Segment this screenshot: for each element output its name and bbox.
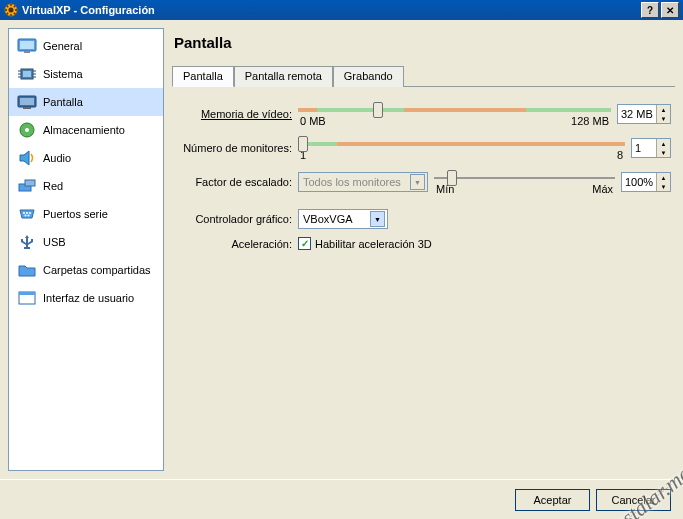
- label-video-memory: Memoria de vídeo:: [172, 108, 298, 120]
- sidebar-item-carpetas[interactable]: Carpetas compartidas: [9, 256, 163, 284]
- scale-monitor-dropdown[interactable]: Todos los monitores ▼: [298, 172, 428, 192]
- svg-point-31: [25, 215, 27, 217]
- scale-dropdown-value: Todos los monitores: [303, 176, 401, 188]
- spin-up-icon[interactable]: ▲: [656, 105, 670, 114]
- cancel-button[interactable]: Cancelar: [596, 489, 671, 511]
- monitors-max: 8: [617, 149, 623, 161]
- sidebar-item-label: Puertos serie: [43, 208, 108, 220]
- monitors-slider[interactable]: 1 8: [298, 135, 625, 161]
- svg-rect-11: [20, 41, 34, 49]
- close-button[interactable]: ✕: [661, 2, 679, 18]
- sidebar-item-almacenamiento[interactable]: Almacenamiento: [9, 116, 163, 144]
- spin-down-icon[interactable]: ▼: [656, 114, 670, 123]
- scale-slider[interactable]: Mín Máx: [434, 169, 615, 195]
- tab-grabando[interactable]: Grabando: [333, 66, 404, 87]
- svg-rect-27: [25, 180, 35, 186]
- svg-rect-22: [20, 98, 34, 105]
- window-title: VirtualXP - Configuración: [22, 4, 639, 16]
- sidebar-item-label: Pantalla: [43, 96, 83, 108]
- scale-input[interactable]: [622, 176, 656, 188]
- form-area: Memoria de vídeo: 0 MB 128 MB: [172, 97, 675, 258]
- label-monitors: Número de monitores:: [172, 142, 298, 154]
- spin-up-icon[interactable]: ▲: [656, 139, 670, 148]
- tab-pantalla-remota[interactable]: Pantalla remota: [234, 66, 333, 87]
- video-memory-input[interactable]: [618, 108, 656, 120]
- chevron-down-icon: ▼: [410, 174, 425, 190]
- row-acceleration: Aceleración: ✓ Habilitar aceleración 3D: [172, 237, 671, 250]
- video-memory-min: 0 MB: [300, 115, 326, 127]
- accel-checkbox-label: Habilitar aceleración 3D: [315, 238, 432, 250]
- scale-max: Máx: [592, 183, 613, 195]
- row-gfx-controller: Controlador gráfico: VBoxVGA ▼: [172, 209, 671, 229]
- speaker-icon: [17, 150, 37, 166]
- tabs: Pantalla Pantalla remota Grabando: [172, 65, 675, 87]
- spin-down-icon[interactable]: ▼: [656, 182, 670, 191]
- sidebar-item-label: General: [43, 40, 82, 52]
- app-icon: [4, 3, 18, 17]
- gfx-controller-value: VBoxVGA: [303, 213, 353, 225]
- sidebar-item-label: Almacenamiento: [43, 124, 125, 136]
- scale-spinner[interactable]: ▲▼: [621, 172, 671, 192]
- ok-button[interactable]: Aceptar: [515, 489, 590, 511]
- help-button[interactable]: ?: [641, 2, 659, 18]
- sidebar-item-sistema[interactable]: Sistema: [9, 60, 163, 88]
- sidebar-item-pantalla[interactable]: Pantalla: [9, 88, 163, 116]
- row-video-memory: Memoria de vídeo: 0 MB 128 MB: [172, 101, 671, 127]
- chevron-down-icon: ▼: [370, 211, 385, 227]
- svg-point-1: [9, 8, 14, 13]
- video-memory-slider[interactable]: 0 MB 128 MB: [298, 101, 611, 127]
- gfx-controller-dropdown[interactable]: VBoxVGA ▼: [298, 209, 388, 229]
- sidebar-item-puertos[interactable]: Puertos serie: [9, 200, 163, 228]
- titlebar: VirtualXP - Configuración ? ✕: [0, 0, 683, 20]
- sidebar: General Sistema Pantalla Almacenamiento …: [8, 28, 164, 471]
- display-icon: [17, 94, 37, 110]
- folder-icon: [17, 262, 37, 278]
- footer: Aceptar Cancelar: [0, 479, 683, 519]
- video-memory-max: 128 MB: [571, 115, 609, 127]
- sidebar-item-interfaz[interactable]: Interfaz de usuario: [9, 284, 163, 312]
- monitor-icon: [17, 38, 37, 54]
- sidebar-item-label: Carpetas compartidas: [43, 264, 151, 276]
- serial-port-icon: [17, 206, 37, 222]
- window-icon: [17, 290, 37, 306]
- accel-3d-checkbox[interactable]: ✓ Habilitar aceleración 3D: [298, 237, 432, 250]
- disk-icon: [17, 122, 37, 138]
- svg-rect-23: [23, 107, 31, 109]
- spin-up-icon[interactable]: ▲: [656, 173, 670, 182]
- sidebar-item-label: Audio: [43, 152, 71, 164]
- svg-rect-12: [24, 51, 30, 53]
- sidebar-item-label: Sistema: [43, 68, 83, 80]
- sidebar-item-label: USB: [43, 236, 66, 248]
- video-memory-spinner[interactable]: ▲▼: [617, 104, 671, 124]
- chip-icon: [17, 66, 37, 82]
- body-area: General Sistema Pantalla Almacenamiento …: [0, 20, 683, 479]
- page-title: Pantalla: [174, 34, 675, 51]
- row-scale: Factor de escalado: Todos los monitores …: [172, 169, 671, 195]
- svg-point-32: [28, 215, 30, 217]
- svg-point-25: [25, 128, 29, 132]
- main-panel: Pantalla Pantalla Pantalla remota Graban…: [172, 28, 675, 471]
- spin-down-icon[interactable]: ▼: [656, 148, 670, 157]
- monitors-input[interactable]: [632, 142, 656, 154]
- network-icon: [17, 178, 37, 194]
- sidebar-item-label: Interfaz de usuario: [43, 292, 134, 304]
- svg-point-30: [29, 212, 31, 214]
- label-acceleration: Aceleración:: [172, 238, 298, 250]
- sidebar-item-general[interactable]: General: [9, 32, 163, 60]
- label-gfx-controller: Controlador gráfico:: [172, 213, 298, 225]
- svg-rect-34: [19, 292, 35, 295]
- sidebar-item-label: Red: [43, 180, 63, 192]
- label-scale: Factor de escalado:: [172, 176, 298, 188]
- sidebar-item-audio[interactable]: Audio: [9, 144, 163, 172]
- sidebar-item-usb[interactable]: USB: [9, 228, 163, 256]
- svg-point-29: [26, 212, 28, 214]
- tab-pantalla[interactable]: Pantalla: [172, 66, 234, 87]
- checkbox-icon: ✓: [298, 237, 311, 250]
- svg-rect-14: [23, 71, 31, 77]
- row-monitors: Número de monitores: 1 8: [172, 135, 671, 161]
- usb-icon: [17, 234, 37, 250]
- monitors-spinner[interactable]: ▲▼: [631, 138, 671, 158]
- svg-point-28: [23, 212, 25, 214]
- sidebar-item-red[interactable]: Red: [9, 172, 163, 200]
